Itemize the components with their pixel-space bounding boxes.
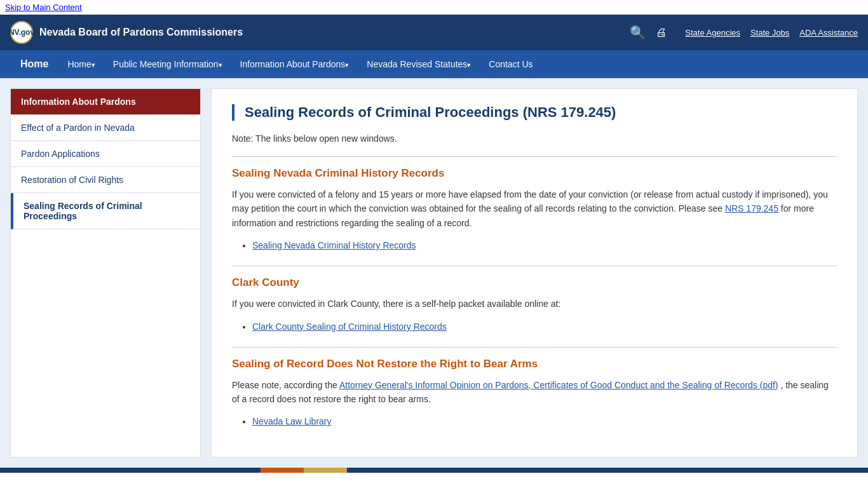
nav-item-home[interactable]: Home	[58, 53, 104, 76]
main-container: Information About Pardons Effect of a Pa…	[0, 78, 868, 468]
nav-item-public-meeting[interactable]: Public Meeting Information	[104, 53, 231, 76]
print-button[interactable]: 🖨	[656, 26, 667, 39]
nav-item-contact[interactable]: Contact Us	[480, 53, 541, 76]
clark-county-sealing-link[interactable]: Clark County Sealing of Criminal History…	[252, 322, 447, 332]
section-sealing-nevada: Sealing Nevada Criminal History Records …	[232, 167, 837, 250]
sidebar-item-info-about-pardons[interactable]: Information About Pardons	[11, 89, 200, 115]
main-nav: Home Home Public Meeting Information Inf…	[0, 50, 868, 78]
section-3-heading: Sealing of Record Does Not Restore the R…	[232, 358, 837, 370]
skip-main-content-link[interactable]: Skip to Main Content	[0, 0, 868, 15]
page-title: Sealing Records of Criminal Proceedings …	[232, 104, 837, 121]
section-2-body: If you were convicted in Clark County, t…	[232, 297, 837, 311]
divider-3	[232, 347, 837, 348]
state-agencies-link[interactable]: State Agencies	[685, 28, 740, 37]
note-text: Note: The links below open new windows.	[232, 133, 837, 144]
list-item: Nevada Law Library	[252, 416, 837, 426]
sidebar: Information About Pardons Effect of a Pa…	[10, 88, 201, 458]
section-1-heading: Sealing Nevada Criminal History Records	[232, 167, 837, 180]
sidebar-item-pardon-applications[interactable]: Pardon Applications	[11, 141, 200, 167]
site-logo-area: NV.gov Nevada Board of Pardons Commissio…	[10, 21, 630, 44]
top-bar: NV.gov Nevada Board of Pardons Commissio…	[0, 15, 868, 50]
content-area: Sealing Records of Criminal Proceedings …	[211, 88, 858, 458]
bottom-bar	[0, 468, 868, 473]
site-title: Nevada Board of Pardons Commissioners	[39, 27, 243, 38]
section-3-body: Please note, according the Attorney Gene…	[232, 378, 837, 407]
divider-2	[232, 266, 837, 266]
state-jobs-link[interactable]: State Jobs	[750, 28, 789, 37]
sidebar-item-restoration-civil-rights[interactable]: Restoration of Civil Rights	[11, 167, 200, 193]
section-1-body: If you were convicted of a felony and 15…	[232, 187, 837, 230]
section-1-list: Sealing Nevada Criminal History Records	[252, 240, 837, 250]
nav-item-info-pardons[interactable]: Information About Pardons	[231, 53, 358, 76]
attorney-general-opinion-link[interactable]: Attorney General's Informal Opinion on P…	[339, 380, 778, 390]
top-bar-right: 🔍 🖨 State Agencies State Jobs ADA Assist…	[630, 25, 858, 40]
section-2-heading: Clark County	[232, 276, 837, 289]
nav-item-nrs[interactable]: Nevada Revised Statutes	[358, 53, 480, 76]
ada-assistance-link[interactable]: ADA Assistance	[799, 28, 858, 37]
top-bar-links: State Agencies State Jobs ADA Assistance	[677, 27, 858, 37]
list-item: Sealing Nevada Criminal History Records	[252, 240, 837, 250]
section-3-list: Nevada Law Library	[252, 416, 837, 426]
search-button[interactable]: 🔍	[630, 25, 646, 40]
nav-home-link[interactable]: Home	[10, 52, 58, 76]
sidebar-item-effect-pardon[interactable]: Effect of a Pardon in Nevada	[11, 115, 200, 141]
sealing-nevada-history-link[interactable]: Sealing Nevada Criminal History Records	[252, 240, 416, 250]
nevada-law-library-link[interactable]: Nevada Law Library	[252, 416, 332, 426]
divider-1	[232, 156, 837, 157]
nrs-179-245-link[interactable]: NRS 179.245	[725, 203, 778, 214]
section-clark-county: Clark County If you were convicted in Cl…	[232, 276, 837, 331]
section-no-bear-arms: Sealing of Record Does Not Restore the R…	[232, 358, 837, 427]
nv-gov-badge: NV.gov	[10, 21, 33, 44]
sidebar-item-sealing-records[interactable]: Sealing Records of Criminal Proceedings	[11, 193, 200, 229]
list-item: Clark County Sealing of Criminal History…	[252, 322, 837, 332]
section-2-list: Clark County Sealing of Criminal History…	[252, 322, 837, 332]
